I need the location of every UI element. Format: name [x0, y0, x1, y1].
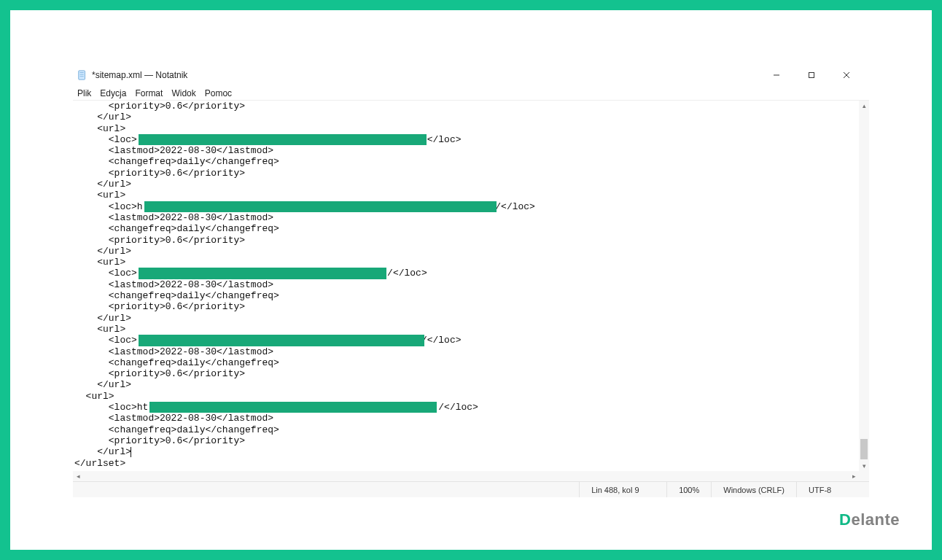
vertical-scrollbar[interactable]: ▴ ▾ [859, 101, 869, 471]
editor-line: <priority>0.6</priority> [74, 301, 859, 312]
editor-line: <changefreq>daily</changefreq> [74, 290, 859, 301]
vscroll-thumb[interactable] [860, 439, 868, 459]
redaction-bar [139, 134, 427, 145]
editor-line: </url> [74, 179, 859, 190]
menu-help[interactable]: Pomoc [205, 88, 232, 98]
redaction-bar [139, 335, 424, 346]
notepad-window: *sitemap.xml — Notatnik [73, 64, 869, 497]
svg-rect-0 [79, 71, 85, 79]
menu-format[interactable]: Format [135, 88, 163, 98]
editor-line: <changefreq>daily</changefreq> [74, 156, 859, 167]
statusbar: Lin 488, kol 9 100% Windows (CRLF) UTF-8 [73, 481, 869, 497]
editor-line: <lastmod>2022-08-30</lastmod> [74, 346, 859, 357]
editor-line: <priority>0.6</priority> [74, 235, 859, 246]
horizontal-scrollbar[interactable]: ◂ ▸ [73, 471, 859, 481]
titlebar: *sitemap.xml — Notatnik [73, 64, 869, 86]
status-encoding: UTF-8 [796, 482, 869, 497]
brand-rest: elante [851, 510, 900, 529]
editor-line: <loc>h /</loc> [74, 201, 859, 212]
editor-line: <loc> /</loc> [74, 335, 859, 346]
editor-line: <priority>0.6</priority> [74, 168, 859, 179]
brand-logo: Delante [839, 510, 900, 529]
scroll-down-icon[interactable]: ▾ [859, 461, 869, 471]
editor-line: </urlset> [74, 458, 859, 469]
editor-line: <changefreq>daily</changefreq> [74, 424, 859, 435]
editor-line: <loc> </loc> [74, 134, 859, 145]
redaction-bar [139, 268, 386, 279]
editor-line: <lastmod>2022-08-30</lastmod> [74, 145, 859, 156]
editor-line: </url> [74, 313, 859, 324]
close-button[interactable] [836, 67, 857, 83]
menu-file[interactable]: Plik [77, 88, 91, 98]
editor-line: </url> [74, 446, 859, 457]
scroll-right-icon[interactable]: ▸ [849, 471, 859, 481]
scroll-left-icon[interactable]: ◂ [73, 471, 83, 481]
text-cursor [131, 447, 131, 457]
editor-line: <url> [74, 123, 859, 134]
redaction-bar [144, 201, 497, 212]
editor-area: <priority>0.6</priority> </url> <url> <l… [73, 101, 869, 481]
maximize-button[interactable] [801, 67, 822, 83]
redaction-bar [149, 402, 437, 413]
editor-line: </url> [74, 246, 859, 257]
status-line-ending: Windows (CRLF) [711, 482, 796, 497]
minimize-button[interactable] [766, 67, 787, 83]
brand-first-letter: D [839, 510, 851, 529]
page-background: *sitemap.xml — Notatnik [26, 26, 916, 534]
editor-line: <changefreq>daily</changefreq> [74, 223, 859, 234]
status-position: Lin 488, kol 9 [579, 482, 666, 497]
editor-line: <lastmod>2022-08-30</lastmod> [74, 212, 859, 223]
editor-line: </url> [74, 379, 859, 390]
window-title: *sitemap.xml — Notatnik [92, 70, 187, 80]
status-zoom: 100% [666, 482, 711, 497]
scroll-corner [859, 471, 869, 481]
notepad-icon [77, 70, 87, 80]
outer-frame: *sitemap.xml — Notatnik [0, 0, 942, 560]
editor-line: <url> [74, 190, 859, 201]
text-editor[interactable]: <priority>0.6</priority> </url> <url> <l… [73, 101, 859, 471]
editor-line: <loc> /</loc> [74, 268, 859, 279]
svg-rect-5 [809, 73, 814, 78]
editor-line: <priority>0.6</priority> [74, 435, 859, 446]
menubar: Plik Edycja Format Widok Pomoc [73, 86, 869, 101]
editor-line: <lastmod>2022-08-30</lastmod> [74, 279, 859, 290]
editor-line: <url> [74, 257, 859, 268]
editor-line: <url> [74, 324, 859, 335]
menu-edit[interactable]: Edycja [100, 88, 126, 98]
editor-line: <changefreq>daily</changefreq> [74, 357, 859, 368]
editor-line: <lastmod>2022-08-30</lastmod> [74, 413, 859, 424]
editor-line: <loc>ht /</loc> [74, 402, 859, 413]
editor-line: <priority>0.6</priority> [74, 368, 859, 379]
editor-line: <priority>0.6</priority> [74, 101, 859, 112]
window-controls [766, 67, 865, 83]
scroll-up-icon[interactable]: ▴ [859, 101, 869, 111]
menu-view[interactable]: Widok [171, 88, 195, 98]
editor-line: <url> [74, 391, 859, 402]
editor-line: </url> [74, 112, 859, 122]
